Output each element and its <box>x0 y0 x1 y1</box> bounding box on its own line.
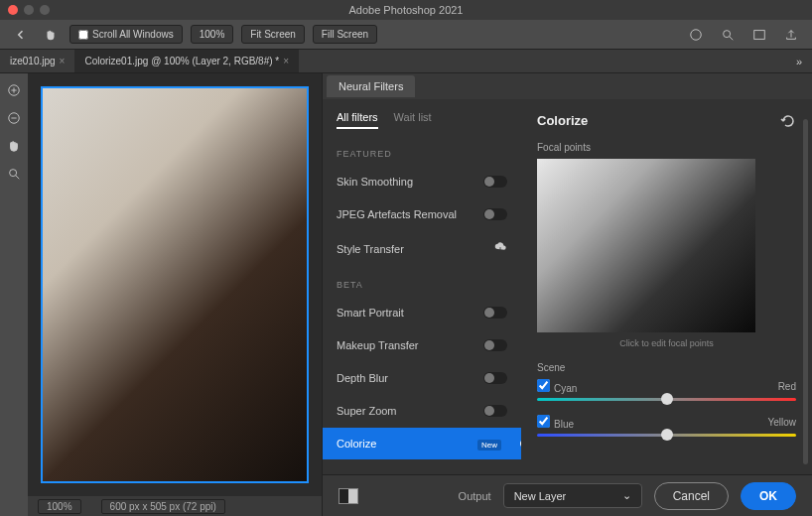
panel-footer: Output New Layer⌄ Cancel OK <box>323 474 812 516</box>
status-zoom[interactable]: 100% <box>38 499 81 514</box>
scroll-all-checkbox[interactable]: Scroll All Windows <box>69 25 183 44</box>
ok-button[interactable]: OK <box>741 482 796 510</box>
tab-prev-doc[interactable]: ize010.jpg× <box>0 50 74 72</box>
new-badge: New <box>477 440 501 451</box>
traffic-lights <box>8 5 50 15</box>
panel-tabs: Neural Filters <box>323 73 812 99</box>
hand-tool-icon[interactable] <box>40 24 62 46</box>
subtab-wait-list[interactable]: Wait list <box>394 111 432 129</box>
back-button[interactable] <box>10 24 32 46</box>
filter-smart-portrait[interactable]: Smart Portrait <box>323 297 521 328</box>
close-tab-icon[interactable]: × <box>283 56 289 66</box>
canvas[interactable] <box>28 73 322 496</box>
zoom-level[interactable]: 100% <box>191 25 234 44</box>
options-bar: Scroll All Windows 100% Fit Screen Fill … <box>0 20 812 50</box>
svg-point-5 <box>10 170 17 177</box>
filter-jpeg-artefacts[interactable]: JPEG Artefacts Removal <box>323 198 521 230</box>
section-beta: BETA <box>323 268 521 296</box>
download-icon[interactable] <box>493 241 507 257</box>
filter-makeup-transfer[interactable]: Makeup Transfer <box>323 329 521 361</box>
before-after-icon[interactable] <box>338 488 358 504</box>
subtab-all-filters[interactable]: All filters <box>337 111 378 129</box>
scene-label: Scene <box>537 362 796 373</box>
toggle-skin[interactable] <box>483 176 507 188</box>
panel-tab-neural[interactable]: Neural Filters <box>327 75 415 97</box>
cyan-red-slider[interactable] <box>537 398 796 401</box>
chevron-down-icon: ⌄ <box>622 489 631 502</box>
toggle-depth[interactable] <box>483 372 507 384</box>
svg-point-0 <box>691 29 702 40</box>
filter-skin-smoothing[interactable]: Skin Smoothing <box>323 166 521 197</box>
toggle-smart[interactable] <box>483 307 507 319</box>
tab-current-doc[interactable]: Colorize01.jpg @ 100% (Layer 2, RGB/8#) … <box>74 50 299 72</box>
close-tab-icon[interactable]: × <box>60 56 66 66</box>
status-dimensions: 600 px x 505 px (72 ppi) <box>101 499 225 514</box>
maximize-window-icon[interactable] <box>40 5 50 15</box>
app-title: Adobe Photoshop 2021 <box>349 4 464 16</box>
hand-tool-icon[interactable] <box>7 139 21 157</box>
scrollbar[interactable] <box>803 119 808 464</box>
blue-yellow-slider[interactable] <box>537 434 796 437</box>
output-label: Output <box>459 490 491 502</box>
zoom-out-icon[interactable] <box>7 111 21 129</box>
fill-screen-button[interactable]: Fill Screen <box>313 25 377 44</box>
left-toolbar <box>0 73 28 516</box>
toggle-makeup[interactable] <box>483 339 507 351</box>
window-titlebar: Adobe Photoshop 2021 <box>0 0 812 20</box>
svg-rect-2 <box>754 30 765 39</box>
filter-colorize[interactable]: ColorizeNew <box>323 428 521 459</box>
settings-heading: Colorize <box>537 113 796 128</box>
document-tabs: ize010.jpg× Colorize01.jpg @ 100% (Layer… <box>0 50 812 73</box>
status-bar: 100% 600 px x 505 px (72 ppi) <box>28 496 322 516</box>
svg-point-1 <box>724 30 731 37</box>
share-icon[interactable] <box>780 24 802 46</box>
zoom-in-icon[interactable] <box>7 83 21 101</box>
section-featured: FEATURED <box>323 137 521 165</box>
zoom-tool-icon[interactable] <box>7 167 21 185</box>
output-select[interactable]: New Layer⌄ <box>503 483 642 508</box>
filter-super-zoom[interactable]: Super Zoom <box>323 395 521 427</box>
cloud-account-icon[interactable] <box>685 24 707 46</box>
cancel-button[interactable]: Cancel <box>654 482 729 510</box>
filter-style-transfer[interactable]: Style Transfer <box>323 231 521 267</box>
minimize-window-icon[interactable] <box>24 5 34 15</box>
filter-depth-blur[interactable]: Depth Blur <box>323 362 521 394</box>
filter-list: All filters Wait list FEATURED Skin Smoo… <box>323 99 521 474</box>
filter-settings: Colorize Focal points Click to edit foca… <box>521 99 812 474</box>
focal-points-label: Focal points <box>537 142 796 153</box>
cyan-checkbox[interactable] <box>537 379 550 392</box>
toggle-zoom[interactable] <box>483 405 507 417</box>
close-window-icon[interactable] <box>8 5 18 15</box>
search-icon[interactable] <box>717 24 739 46</box>
blue-checkbox[interactable] <box>537 415 550 428</box>
fit-screen-button[interactable]: Fit Screen <box>241 25 305 44</box>
reset-icon[interactable] <box>780 113 796 133</box>
focal-preview[interactable] <box>537 159 755 332</box>
workspace-icon[interactable] <box>748 24 770 46</box>
focal-caption: Click to edit focal points <box>537 338 796 348</box>
tab-overflow-icon[interactable]: » <box>786 56 812 67</box>
document-image <box>41 86 309 483</box>
toggle-jpeg[interactable] <box>483 208 507 220</box>
